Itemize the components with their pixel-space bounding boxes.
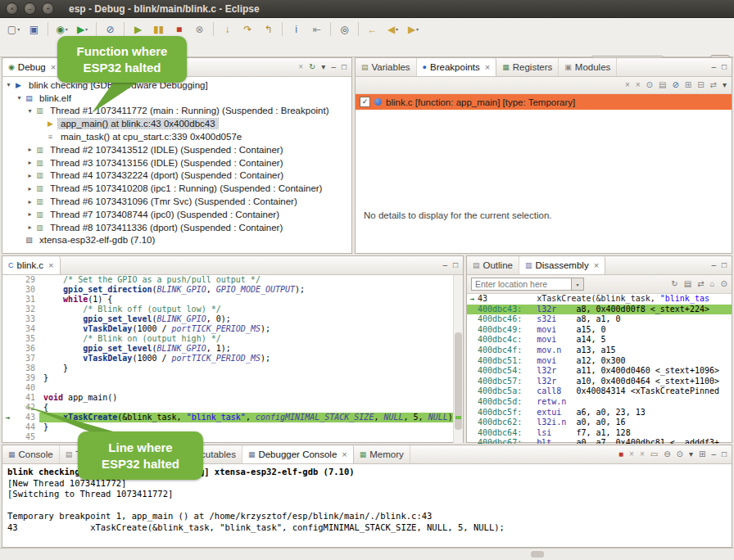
editor-scrollbar[interactable] <box>453 275 463 443</box>
show-breakpoints-for-selected-icon[interactable]: ⊙ <box>646 81 653 89</box>
tab-blink-c[interactable]: Cblink.c× <box>2 256 61 274</box>
dropdown-arrow-icon[interactable]: ▾ <box>416 26 419 32</box>
editor-line[interactable]: 36 gpio_set_level(BLINK_GPIO, 1); <box>2 344 463 354</box>
remove-all-launches-icon[interactable]: × <box>640 450 645 458</box>
dropdown-arrow-icon[interactable]: ▾ <box>396 26 398 32</box>
expander-icon[interactable]: ▸ <box>25 172 34 179</box>
display-selected-console-icon[interactable]: ▾ <box>689 450 693 458</box>
disassembly-row[interactable]: 400dbc49: movi a15, 0 <box>467 325 732 336</box>
debug-tree-row[interactable]: ≡main_task() at cpu_start.c:339 0x400d05… <box>2 130 351 143</box>
tab-breakpoints[interactable]: ●Breakpoints× <box>417 58 497 76</box>
collapse-all-icon[interactable]: ⊟ <box>697 81 704 89</box>
close-button[interactable]: × <box>6 2 18 15</box>
editor-line[interactable]: 40 <box>2 383 463 393</box>
terminate-icon[interactable]: ■ <box>618 450 623 458</box>
debug-tree-row[interactable]: ▾▤blink.elf <box>2 92 351 105</box>
debug-tree-row[interactable]: ▸▥Thread #7 1073408744 (ipc0) (Suspended… <box>2 208 351 221</box>
debug-tree-row[interactable]: ▸▥Thread #6 1073431096 (Tmr Svc) (Suspen… <box>2 195 351 208</box>
editor-scrollbar-thumb[interactable] <box>455 332 462 430</box>
track-expression-icon[interactable]: ⊙ <box>721 280 727 288</box>
close-icon[interactable]: × <box>51 62 56 72</box>
editor-line[interactable]: 34 vTaskDelay(1000 / portTICK_PERIOD_MS)… <box>2 324 463 334</box>
debug-tree-row[interactable]: ▸▥Thread #2 1073413512 (IDLE) (Suspended… <box>2 143 351 156</box>
step-into-button[interactable]: ↓ <box>218 20 237 38</box>
debug-tree-row[interactable]: ▾▥Thread #1 1073411772 (main : Running) … <box>2 105 351 118</box>
save-button[interactable]: ▣ <box>25 20 43 38</box>
minimize-icon[interactable]: – <box>442 261 447 269</box>
disassembly-row[interactable]: 400dbc43: l32r a8, 0x400d00f8 <_stext+22… <box>467 305 732 315</box>
expander-icon[interactable]: ▾ <box>15 94 24 102</box>
debug-tree-row[interactable]: ▸▥Thread #8 1073411336 (dport) (Suspende… <box>2 221 351 234</box>
expander-icon[interactable]: ▾ <box>4 81 13 88</box>
tab-registers[interactable]: ▦Registers <box>496 58 559 76</box>
disassembly-row[interactable]: 400dbc57: l32r a10, 0x400d0464 <_stext+1… <box>467 377 732 387</box>
dropdown-arrow-icon[interactable]: ▾ <box>85 26 88 32</box>
tab-memory[interactable]: ▦Memory <box>354 445 410 463</box>
disassembly-row[interactable]: 400dbc54: l32r a11, 0x400d0460 <_stext+1… <box>467 366 732 377</box>
step-over-button[interactable]: ↷ <box>238 20 257 38</box>
tab-debugger-console[interactable]: ▦Debugger Console× <box>242 445 354 463</box>
back-button[interactable]: ◀▾ <box>383 20 402 38</box>
close-icon[interactable]: × <box>485 62 490 72</box>
titlebar[interactable]: ×–+ esp - Debug - blink/main/blink.c - E… <box>0 0 734 18</box>
expander-icon[interactable]: ▸ <box>25 146 34 153</box>
maximize-icon[interactable]: □ <box>722 450 727 458</box>
restart-icon[interactable]: ↻ <box>309 63 315 71</box>
editor-line[interactable]: 29 /* Set the GPIO as a push/pull output… <box>2 275 463 285</box>
search-button[interactable]: ◎ <box>335 20 354 38</box>
disassembly-row[interactable]: 400dbc5d: retw.n <box>467 397 732 408</box>
maximize-button[interactable]: + <box>42 2 54 15</box>
dropdown-arrow-icon[interactable]: ▾ <box>66 26 68 32</box>
step-return-button[interactable]: ↰ <box>259 20 278 38</box>
close-icon[interactable]: × <box>48 260 53 270</box>
forward-button[interactable]: ▶▾ <box>404 20 423 38</box>
new-wizard-button[interactable]: ▢▾ <box>4 20 23 38</box>
disassembly-row[interactable]: 400dbc5a: call8 0x40084314 <xTaskCreateP… <box>467 386 732 397</box>
tab-modules[interactable]: ▣Modules <box>559 58 617 76</box>
maximize-icon[interactable]: □ <box>722 63 727 71</box>
editor-line[interactable]: 38 } <box>2 364 463 373</box>
tab-console[interactable]: ▦Console <box>2 445 60 463</box>
disassembly-row[interactable]: 400dbc64: lsi f7, a1, 128 <box>467 428 732 439</box>
refresh-icon[interactable]: ↻ <box>671 280 677 288</box>
editor-line[interactable]: 33 gpio_set_level(BLINK_GPIO, 0); <box>2 314 463 324</box>
dropdown-arrow-icon[interactable]: ▾ <box>17 26 20 32</box>
disconnect-button[interactable]: ⊗ <box>190 20 209 38</box>
expander-icon[interactable]: ▸ <box>25 210 34 218</box>
scroll-lock-icon[interactable]: ⊖ <box>664 450 670 458</box>
editor-line[interactable]: 41void app_main() <box>2 393 463 403</box>
expander-icon[interactable]: ▸ <box>25 224 34 231</box>
tab-outline[interactable]: ▤Outline <box>467 256 519 274</box>
editor-line[interactable]: 30 gpio_set_direction(BLINK_GPIO, GPIO_M… <box>2 285 463 295</box>
tab-debug[interactable]: ◉Debug× <box>2 58 62 76</box>
clear-console-icon[interactable]: ▭ <box>650 450 658 458</box>
maximize-icon[interactable]: □ <box>342 63 347 71</box>
disassembly-row[interactable]: 400dbc51: movi a12, 0x300 <box>467 356 732 367</box>
expander-icon[interactable]: ▸ <box>25 198 34 205</box>
show-source-icon[interactable]: ▤ <box>684 280 691 288</box>
breakpoint-row[interactable]: ✓ blink.c [function: app_main] [type: Te… <box>356 94 732 110</box>
disassembly-lines[interactable]: →43 xTaskCreate(&blink_task, "blink_tas4… <box>467 294 732 444</box>
link-with-debug-view-icon[interactable]: ⇄ <box>710 81 717 89</box>
debug-tree-row[interactable]: ▶app_main() at blink.c:43 0x400dbc43 <box>2 117 351 130</box>
remove-all-terminated-icon[interactable]: × <box>298 63 303 71</box>
expander-icon[interactable]: ▸ <box>25 159 34 166</box>
disassembly-row[interactable]: 400dbc46: s32i a8, a1, 0 <box>467 314 732 325</box>
debug-tree-row[interactable]: ▨xtensa-esp32-elf-gdb (7.10) <box>2 234 351 247</box>
view-menu-icon[interactable]: ▾ <box>321 63 325 71</box>
minimize-icon[interactable]: – <box>711 261 716 269</box>
pin-console-icon[interactable]: ⊙ <box>677 450 683 458</box>
debug-tree-row[interactable]: ▸▥Thread #5 1073410208 (ipc1 : Running) … <box>2 182 351 195</box>
remove-breakpoint-icon[interactable]: × <box>625 81 630 89</box>
open-console-icon[interactable]: ⊞ <box>699 450 705 458</box>
minimize-icon[interactable]: – <box>711 450 716 458</box>
maximize-icon[interactable]: □ <box>722 261 727 269</box>
drop-to-frame-button[interactable]: ⇤ <box>307 20 326 38</box>
expand-all-icon[interactable]: ⊞ <box>685 81 691 89</box>
editor-line[interactable]: 35 /* Blink on (output high) */ <box>2 334 463 344</box>
tab-variables[interactable]: ▤Variables <box>356 58 417 76</box>
skip-all-breakpoints-icon[interactable]: ⊘ <box>672 81 678 89</box>
expander-icon[interactable]: ▸ <box>25 185 34 192</box>
horizontal-scrollbar-thumb[interactable] <box>531 551 544 558</box>
disassembly-row[interactable]: 400dbc62: l32i.n a0, a0, 16 <box>467 418 732 428</box>
